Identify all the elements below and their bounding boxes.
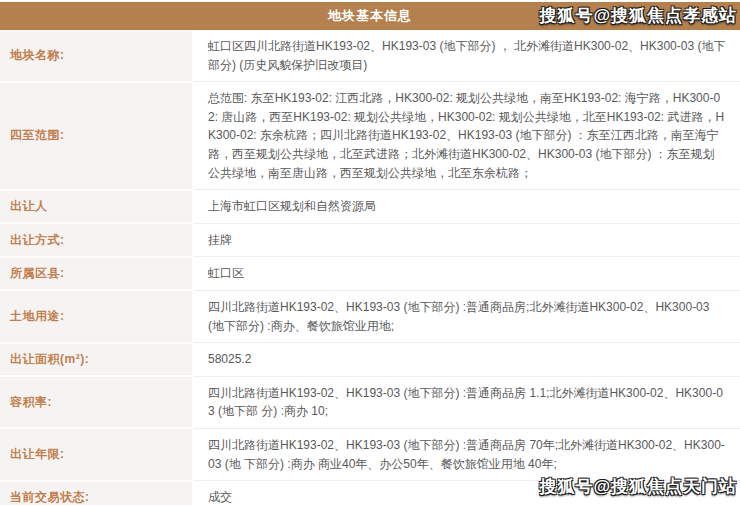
table-row-transfer-method: 出让方式: 挂牌 [0, 223, 740, 257]
row-value: 四川北路街道HK193-02、HK193-03 (地下部分) :普通商品房 70… [193, 428, 740, 480]
row-value: 虹口区 [193, 257, 740, 291]
row-value: 虹口区四川北路街道HK193-02、HK193-03 (地下部分) ， 北外滩街… [193, 30, 740, 82]
row-label: 出让人 [0, 190, 193, 224]
table-row-district: 所属区县: 虹口区 [0, 257, 740, 291]
row-label: 容积率: [0, 376, 193, 428]
row-label: 出让年限: [0, 428, 193, 480]
row-value: 上海市虹口区规划和自然资源局 [193, 190, 740, 224]
sohu-watermark-bottom: 搜狐号@搜狐焦点天门站 [539, 475, 737, 498]
row-label: 所属区县: [0, 257, 193, 291]
table-row-plot-ratio: 容积率: 四川北路街道HK193-02、HK193-03 (地下部分) :普通商… [0, 376, 740, 428]
row-label: 当前交易状态: [0, 481, 193, 505]
row-value: 总范围: 东至HK193-02: 江西北路，HK300-02: 规划公共绿地，南… [193, 82, 740, 190]
table-row-transfer-area: 出让面积(m²): 58025.2 [0, 343, 740, 377]
table-title: 地块基本信息 [328, 7, 412, 25]
row-label: 出让方式: [0, 223, 193, 257]
row-label: 地块名称: [0, 30, 193, 82]
land-parcel-info-page: 地块基本信息 地块名称: 虹口区四川北路街道HK193-02、HK193-03 … [0, 0, 740, 505]
row-value: 挂牌 [193, 223, 740, 257]
row-label: 四至范围: [0, 82, 193, 190]
sohu-watermark-top: 搜狐号@搜狐焦点孝感站 [539, 4, 737, 27]
row-label: 土地用途: [0, 290, 193, 342]
table-row-boundaries: 四至范围: 总范围: 东至HK193-02: 江西北路，HK300-02: 规划… [0, 82, 740, 190]
row-value: 四川北路街道HK193-02、HK193-03 (地下部分) :普通商品房 1.… [193, 376, 740, 428]
table-row-transfer-term: 出让年限: 四川北路街道HK193-02、HK193-03 (地下部分) :普通… [0, 428, 740, 480]
table-row-land-use: 土地用途: 四川北路街道HK193-02、HK193-03 (地下部分) :普通… [0, 290, 740, 342]
table-row-transferor: 出让人 上海市虹口区规划和自然资源局 [0, 190, 740, 224]
row-value: 四川北路街道HK193-02、HK193-03 (地下部分) :普通商品房;北外… [193, 290, 740, 342]
table-row-parcel-name: 地块名称: 虹口区四川北路街道HK193-02、HK193-03 (地下部分) … [0, 30, 740, 82]
parcel-info-table: 地块名称: 虹口区四川北路街道HK193-02、HK193-03 (地下部分) … [0, 30, 740, 505]
row-label: 出让面积(m²): [0, 343, 193, 377]
row-value: 58025.2 [193, 343, 740, 377]
